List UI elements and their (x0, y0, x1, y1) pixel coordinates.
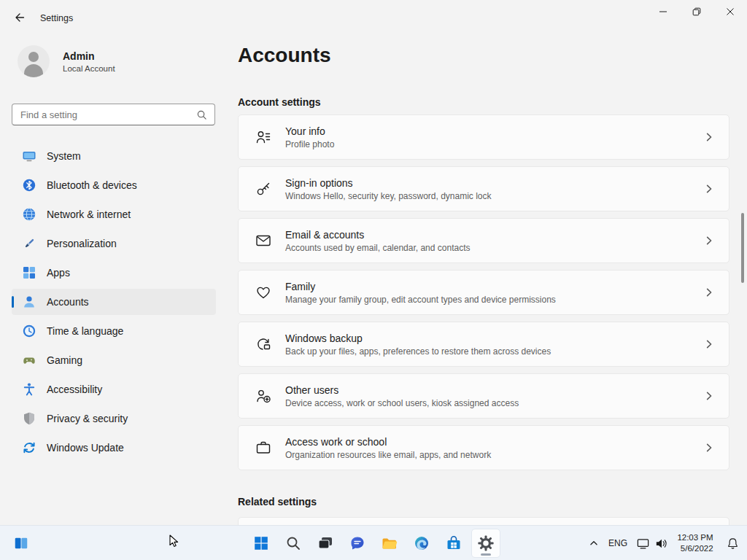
section-related-settings: Related settings (238, 496, 317, 508)
card-email-accounts[interactable]: Email & accounts Accounts used by email,… (238, 218, 729, 263)
bluetooth-icon (22, 178, 36, 192)
work-school-icon (255, 439, 272, 456)
your-info-icon (255, 128, 272, 146)
card-title: Your info (285, 125, 704, 137)
settings-window: Settings Admin Local Account (0, 0, 747, 560)
profile-name: Admin (63, 50, 115, 62)
system-tray: ENG 12:03 PM 5/6/2022 (584, 526, 744, 560)
profile-account-type: Local Account (63, 64, 115, 73)
card-subtitle: Manage your family group, edit account t… (285, 295, 704, 305)
chevron-right-icon (704, 236, 714, 246)
taskbar-search-button[interactable] (279, 529, 308, 558)
titlebar: Settings (0, 0, 747, 35)
sidebar-item-time-language[interactable]: Time & language (12, 318, 216, 344)
privacy-icon (22, 411, 36, 426)
sidebar-item-apps[interactable]: Apps (12, 260, 216, 286)
bell-icon (726, 537, 740, 551)
sidebar-item-label: Accounts (47, 296, 89, 308)
page-title: Accounts (238, 44, 331, 67)
card-your-info[interactable]: Your info Profile photo (238, 114, 729, 160)
main-content: Accounts Account settings Your info Prof… (238, 35, 731, 525)
scrollbar-thumb[interactable] (741, 213, 744, 283)
windows-update-icon (22, 440, 36, 455)
sidebar-item-windows-update[interactable]: Windows Update (12, 435, 216, 461)
key-icon (255, 180, 272, 198)
card-text: Sign-in options Windows Hello, security … (285, 177, 704, 201)
back-arrow-icon (14, 12, 26, 23)
settings-taskbar-button[interactable] (471, 529, 500, 558)
edge-icon (413, 534, 430, 552)
card-title: Family (285, 281, 704, 292)
card-sign-in-options[interactable]: Sign-in options Windows Hello, security … (238, 166, 729, 211)
search-box[interactable] (12, 104, 215, 125)
card-title: Email & accounts (285, 229, 704, 241)
card-text: Family Manage your family group, edit ac… (285, 281, 704, 305)
chevron-right-icon (704, 443, 714, 453)
restore-button[interactable] (680, 0, 713, 23)
sidebar-item-label: Apps (47, 267, 70, 279)
search-icon (285, 534, 302, 552)
back-button[interactable] (9, 8, 31, 27)
accounts-icon (22, 295, 36, 309)
close-icon (726, 7, 735, 16)
sidebar-item-label: Bluetooth & devices (47, 179, 137, 191)
sidebar-item-personalization[interactable]: Personalization (12, 230, 216, 257)
card-text: Email & accounts Accounts used by email,… (285, 229, 704, 253)
card-title: Access work or school (285, 436, 704, 448)
search-input[interactable] (12, 109, 196, 120)
tray-date: 5/6/2022 (677, 543, 713, 554)
card-title: Sign-in options (285, 177, 704, 189)
settings-cards: Your info Profile photo Sign-in options … (238, 114, 729, 477)
card-other-users[interactable]: Other users Device access, work or schoo… (238, 373, 729, 419)
backup-icon (255, 335, 272, 353)
close-button[interactable] (713, 0, 747, 23)
card-windows-backup[interactable]: Windows backup Back up your files, apps,… (238, 322, 729, 367)
sidebar-item-label: Accessibility (47, 384, 102, 395)
sidebar-item-bluetooth-devices[interactable]: Bluetooth & devices (12, 172, 216, 198)
sidebar-item-system[interactable]: System (12, 143, 216, 169)
card-text: Access work or school Organization resou… (285, 436, 704, 460)
network-icon (22, 207, 36, 222)
sidebar-item-label: Personalization (47, 238, 117, 249)
card-subtitle: Windows Hello, security key, password, d… (285, 191, 704, 201)
profile-section[interactable]: Admin Local Account (18, 45, 115, 77)
chevron-right-icon (704, 287, 714, 298)
card-access-work-school[interactable]: Access work or school Organization resou… (238, 425, 729, 470)
minimize-button[interactable] (646, 0, 680, 23)
section-account-settings: Account settings (238, 96, 321, 108)
chat-icon (349, 534, 366, 552)
card-subtitle: Organization resources like email, apps,… (285, 450, 704, 460)
email-icon (255, 232, 272, 249)
sidebar-item-accounts[interactable]: Accounts (12, 289, 216, 315)
status-icons-button[interactable] (632, 529, 673, 558)
clock[interactable]: 12:03 PM 5/6/2022 (673, 529, 721, 558)
restore-icon (692, 7, 701, 16)
store-button[interactable] (439, 529, 468, 558)
sidebar-item-privacy-security[interactable]: Privacy & security (12, 405, 216, 432)
personalization-icon (22, 236, 36, 251)
sidebar-item-label: Time & language (47, 325, 123, 337)
notifications-button[interactable] (721, 529, 744, 558)
window-title: Settings (40, 13, 73, 23)
apps-icon (22, 265, 36, 280)
sidebar-item-gaming[interactable]: Gaming (12, 347, 216, 373)
settings-gear-icon (476, 534, 495, 553)
language-indicator[interactable]: ENG (604, 529, 632, 558)
edge-button[interactable] (407, 529, 436, 558)
task-view-button[interactable] (311, 529, 340, 558)
tray-chevron-button[interactable] (584, 529, 604, 558)
widgets-icon[interactable] (12, 534, 31, 553)
card-family[interactable]: Family Manage your family group, edit ac… (238, 270, 729, 315)
sidebar-item-label: Gaming (47, 354, 82, 366)
chat-button[interactable] (343, 529, 372, 558)
sidebar-item-label: Privacy & security (47, 413, 128, 424)
file-explorer-button[interactable] (375, 529, 404, 558)
minimize-icon (659, 7, 667, 16)
card-title: Other users (285, 384, 704, 396)
sidebar-item-accessibility[interactable]: Accessibility (12, 376, 216, 402)
partial-card[interactable] (238, 517, 729, 525)
tray-time: 12:03 PM (677, 532, 713, 543)
start-button[interactable] (247, 529, 276, 558)
chevron-right-icon (704, 132, 714, 142)
sidebar-item-network-internet[interactable]: Network & internet (12, 201, 216, 228)
